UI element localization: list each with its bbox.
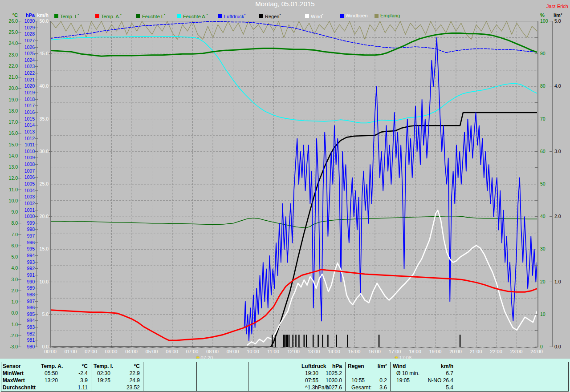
hpa-ticks-label: 989 [20,286,35,291]
hpa-ticks-label: 1005 [20,182,35,186]
table-cell: 3.6 [348,384,387,391]
x-axis-label: 22:00 [487,349,505,354]
hpa-ticks-label: 1001 [20,208,35,213]
hpa-ticks-label: 1026 [20,45,35,50]
stats-table: SensorMinWertMaxWertDurchschnittTemp. A.… [0,359,570,392]
lm2-ticks-label: 2.0 [554,214,568,219]
x-axis-label: 18:00 [406,349,424,354]
table-cell: °C [94,363,140,370]
hpa-ticks-label: 995 [20,247,35,251]
hpa-ticks-label: 998 [20,227,35,232]
tick-mark [35,93,38,93]
temp-ticks-label: 18.0 [3,109,18,113]
tick-mark [35,229,38,230]
tick-mark [35,73,38,73]
x-axis-label: 02:00 [82,349,100,354]
lm2-ticks-label: 5.0 [554,19,568,24]
temp-ticks-label: 0.0 [3,311,18,315]
chart-area: 26.025.024.023.022.021.020.019.018.017.0… [0,0,570,360]
table-cell: °C [41,363,88,370]
table-cell: 1027.6 [301,384,342,391]
table-cell: 1025.2 [301,370,342,377]
hpa-ticks-label: 1007 [20,169,35,174]
kmh-ticks-label: 25.0 [33,182,49,186]
x-axis-label: 06:00 [163,349,181,354]
x-axis-label: 12:00 [285,349,302,354]
pct-ticks-label: 10 [540,312,554,317]
tick-mark [35,197,38,197]
hpa-ticks-label: 1015 [20,117,35,121]
hpa-ticks-label: 981 [20,338,35,343]
temp-ticks-label: 22.0 [3,64,18,69]
table-cell: Durchschnitt [3,384,38,391]
temp-ticks-label: 9.0 [3,210,18,214]
hpa-ticks-label: 983 [20,325,35,330]
plot-frame [50,21,537,348]
tick-mark [35,262,38,263]
tick-mark [550,151,553,152]
tick-mark [49,216,52,217]
hpa-ticks-label: 1004 [20,188,35,193]
kmh-ticks-label: 5.0 [33,312,49,317]
series-wind [247,210,537,345]
tick-mark [35,255,38,256]
tick-mark [535,216,538,217]
table-cell: 6.7 [393,370,453,377]
tick-mark [35,40,38,41]
tick-mark [35,334,38,334]
tick-mark [550,347,553,347]
hpa-ticks-label: 1017 [20,103,35,108]
hpa-ticks-label: 987 [20,299,35,304]
tick-mark [535,86,538,86]
tick-mark [35,327,38,327]
tick-mark [49,282,52,282]
kmh-ticks-label: 40.0 [33,84,49,89]
hpa-ticks-label: 997 [20,234,35,238]
tick-mark [49,184,52,184]
x-axis-label: 11:00 [265,349,282,354]
table-column-separator [390,362,391,392]
tick-mark [535,314,538,315]
table-cell: hPa [301,363,342,370]
temp-ticks-label: 8.0 [3,221,18,226]
temp-ticks-label: 14.0 [3,154,18,158]
tick-mark [550,216,553,217]
tick-mark [535,265,538,266]
hpa-ticks-label: 994 [20,253,35,258]
kmh-ticks-label: 10.0 [33,279,49,284]
tick-mark [35,112,38,113]
temp-ticks-label: 21.0 [3,75,18,80]
tick-mark [35,28,38,28]
pct-ticks-label: 50 [540,182,554,186]
hpa-ticks-label: 1021 [20,77,35,82]
tick-mark [535,282,538,282]
tick-mark [35,203,38,204]
tick-mark [535,37,538,38]
table-cell: MaxWert [3,377,38,384]
x-axis-label: 09:00 [224,349,242,354]
tick-mark [535,298,538,298]
stats-panel: SensorMinWertMaxWertDurchschnittTemp. A.… [0,359,570,392]
x-axis-label: 24:00 [528,349,546,354]
tick-mark [35,164,38,165]
table-cell: -2.4 [41,370,88,377]
temp-ticks-label: 26.0 [3,19,18,24]
tick-mark [35,210,38,210]
temp-ticks-label: 4.0 [3,266,18,271]
hpa-ticks-label: 1000 [20,214,35,219]
tick-mark [18,167,21,167]
kmh-ticks-label: 30.0 [33,149,49,154]
table-cell: 1030.0 [301,377,342,384]
lm2-ticks-label: 4.0 [554,84,568,89]
hpa-ticks-label: 1022 [20,71,35,76]
tick-mark [35,275,38,275]
table-cell: 5.4 [393,384,453,391]
hpa-ticks-label: 1030 [20,19,35,24]
temp-ticks-label: 11.0 [3,187,18,192]
hpa-ticks-label: 985 [20,312,35,317]
plot-canvas [51,21,537,347]
tick-mark [550,282,553,282]
tick-mark [49,249,52,249]
temp-ticks-label: 6.0 [3,243,18,248]
tick-mark [35,158,38,158]
